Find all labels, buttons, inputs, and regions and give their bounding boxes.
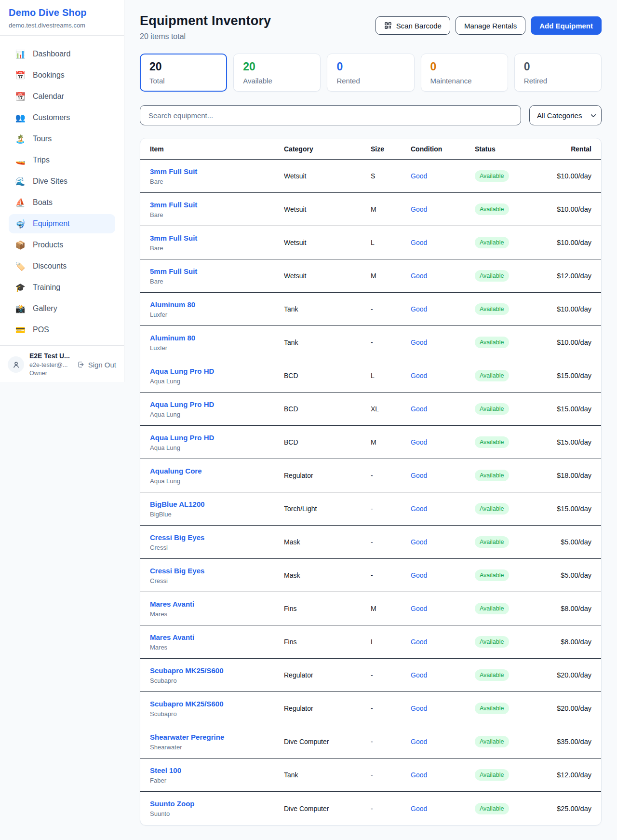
item-name-link[interactable]: 5mm Full Suit <box>150 267 284 275</box>
status-badge: Available <box>475 436 509 448</box>
sidebar-item-bookings[interactable]: 📅 Bookings <box>9 66 115 85</box>
stat-value: 0 <box>430 60 498 73</box>
sign-out-button[interactable]: Sign Out <box>77 361 116 369</box>
item-name-link[interactable]: Suunto Zoop <box>150 799 284 808</box>
sidebar-nav: 📊 Dashboard 📅 Bookings 📆 Calendar 👥 Cust… <box>0 36 124 345</box>
condition-link[interactable]: Good <box>411 805 427 813</box>
sidebar-item-calendar[interactable]: 📆 Calendar <box>9 87 115 106</box>
stat-card-rented[interactable]: 0 Rented <box>327 54 414 92</box>
table-row: Aluminum 80 Luxfer Tank - Good Available… <box>140 326 601 359</box>
item-rental: $12.00/day <box>548 771 591 779</box>
condition-link[interactable]: Good <box>411 239 427 246</box>
condition-link[interactable]: Good <box>411 472 427 479</box>
condition-link[interactable]: Good <box>411 339 427 346</box>
item-name-link[interactable]: Aqua Lung Pro HD <box>150 400 284 408</box>
column-header-status: Status <box>475 145 548 153</box>
condition-link[interactable]: Good <box>411 771 427 779</box>
sidebar-item-equipment[interactable]: 🤿 Equipment <box>9 214 115 233</box>
item-name-link[interactable]: Cressi Big Eyes <box>150 533 284 542</box>
column-header-item: Item <box>150 145 284 153</box>
item-name-link[interactable]: BigBlue AL1200 <box>150 500 284 508</box>
sidebar-item-trips[interactable]: 🚤 Trips <box>9 150 115 170</box>
item-brand: Scubapro <box>150 710 284 718</box>
stat-card-maintenance[interactable]: 0 Maintenance <box>421 54 508 92</box>
condition-link[interactable]: Good <box>411 405 427 413</box>
item-name-link[interactable]: 3mm Full Suit <box>150 167 284 176</box>
sidebar-item-boats[interactable]: ⛵ Boats <box>9 193 115 212</box>
item-size: - <box>371 472 411 479</box>
bar-chart-icon: 📊 <box>15 49 26 59</box>
item-name-link[interactable]: Scubapro MK25/S600 <box>150 700 284 708</box>
sidebar-item-label: Calendar <box>33 92 64 101</box>
sidebar-item-training[interactable]: 🎓 Training <box>9 278 115 297</box>
stat-card-total[interactable]: 20 Total <box>140 54 227 92</box>
item-name-link[interactable]: Steel 100 <box>150 766 284 774</box>
condition-link[interactable]: Good <box>411 205 427 213</box>
item-name-link[interactable]: Aqualung Core <box>150 467 284 475</box>
condition-link[interactable]: Good <box>411 605 427 612</box>
item-name-link[interactable]: 3mm Full Suit <box>150 234 284 242</box>
item-rental: $10.00/day <box>548 205 591 213</box>
status-badge: Available <box>475 803 509 814</box>
item-brand: Bare <box>150 278 284 285</box>
item-category: Dive Computer <box>284 805 371 813</box>
item-name-link[interactable]: Mares Avanti <box>150 600 284 608</box>
stat-label: Rented <box>336 77 404 85</box>
category-filter-select[interactable]: All Categories <box>529 105 602 125</box>
manage-rentals-button[interactable]: Manage Rentals <box>456 16 525 35</box>
stat-label: Available <box>243 77 311 85</box>
page-title-block: Equipment Inventory 20 items total <box>140 14 271 41</box>
condition-link[interactable]: Good <box>411 438 427 446</box>
item-category: Wetsuit <box>284 205 371 213</box>
item-name-link[interactable]: Scubapro MK25/S600 <box>150 666 284 675</box>
column-header-rental: Rental <box>548 145 591 153</box>
sidebar-item-discounts[interactable]: 🏷️ Discounts <box>9 257 115 276</box>
item-name-link[interactable]: Aluminum 80 <box>150 300 284 309</box>
condition-link[interactable]: Good <box>411 505 427 513</box>
item-name-link[interactable]: Aqua Lung Pro HD <box>150 434 284 442</box>
item-size: M <box>371 605 411 612</box>
stat-card-available[interactable]: 20 Available <box>233 54 321 92</box>
item-name-link[interactable]: Cressi Big Eyes <box>150 567 284 575</box>
scan-barcode-button[interactable]: Scan Barcode <box>376 16 450 35</box>
sidebar-item-label: Customers <box>33 113 70 122</box>
condition-link[interactable]: Good <box>411 272 427 280</box>
item-rental: $5.00/day <box>548 538 591 546</box>
search-input[interactable] <box>140 105 521 125</box>
condition-link[interactable]: Good <box>411 538 427 546</box>
item-name-link[interactable]: Shearwater Peregrine <box>150 733 284 741</box>
item-brand: Bare <box>150 244 284 252</box>
qr-scan-icon <box>384 22 392 29</box>
condition-link[interactable]: Good <box>411 571 427 579</box>
stat-card-retired[interactable]: 0 Retired <box>514 54 602 92</box>
item-category: Tank <box>284 339 371 346</box>
condition-link[interactable]: Good <box>411 172 427 180</box>
item-name-link[interactable]: Aqua Lung Pro HD <box>150 367 284 375</box>
sidebar-item-products[interactable]: 📦 Products <box>9 235 115 255</box>
condition-link[interactable]: Good <box>411 638 427 646</box>
item-size: - <box>371 671 411 679</box>
wave-icon: 🌊 <box>15 176 26 187</box>
sidebar-item-label: POS <box>33 325 49 334</box>
sidebar-item-dive-sites[interactable]: 🌊 Dive Sites <box>9 172 115 191</box>
condition-link[interactable]: Good <box>411 705 427 712</box>
sidebar-item-dashboard[interactable]: 📊 Dashboard <box>9 44 115 64</box>
sign-out-icon <box>77 361 85 368</box>
sidebar-item-gallery[interactable]: 📸 Gallery <box>9 299 115 318</box>
add-equipment-button[interactable]: Add Equipment <box>531 16 602 35</box>
column-header-condition: Condition <box>411 145 475 153</box>
condition-link[interactable]: Good <box>411 671 427 679</box>
status-badge: Available <box>475 569 509 581</box>
item-name-link[interactable]: Aluminum 80 <box>150 334 284 342</box>
status-badge: Available <box>475 536 509 548</box>
condition-link[interactable]: Good <box>411 305 427 313</box>
sidebar-item-pos[interactable]: 💳 POS <box>9 320 115 339</box>
condition-link[interactable]: Good <box>411 738 427 745</box>
item-name-link[interactable]: 3mm Full Suit <box>150 201 284 209</box>
item-category: Mask <box>284 538 371 546</box>
condition-link[interactable]: Good <box>411 372 427 379</box>
sidebar-item-tours[interactable]: 🏝️ Tours <box>9 129 115 149</box>
item-name-link[interactable]: Mares Avanti <box>150 633 284 641</box>
user-name: E2E Test U... <box>29 352 72 361</box>
sidebar-item-customers[interactable]: 👥 Customers <box>9 108 115 127</box>
